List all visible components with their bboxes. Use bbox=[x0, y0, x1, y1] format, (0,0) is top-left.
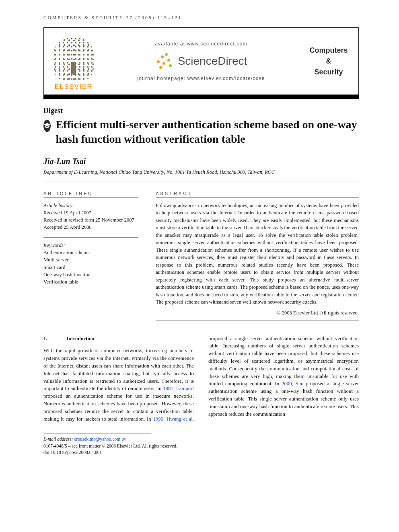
keywords-label: Keywords: bbox=[43, 242, 138, 249]
journal-title-line2: & bbox=[326, 56, 331, 67]
author-affiliation: Department of E-Learning, National Chiao… bbox=[43, 169, 359, 181]
intro-paragraph-part: With the rapid growth of computer networ… bbox=[43, 348, 194, 391]
publisher-logo-block: ELSEVIER bbox=[44, 28, 103, 94]
elsevier-tree-icon bbox=[53, 37, 94, 81]
intro-paragraph-part: proposed a single server authentication … bbox=[208, 336, 359, 387]
doi-line: doi:10.1016/j.cose.2008.04.001 bbox=[43, 449, 359, 456]
abstract-text: Following advances in network technologi… bbox=[156, 202, 359, 306]
keyword: Authentication scheme bbox=[43, 249, 138, 256]
journal-banner: ELSEVIER available at www.sciencedirect.… bbox=[43, 27, 359, 95]
footnotes: E-mail address: crousekimo@yahoo.com.tw … bbox=[43, 436, 359, 455]
author-email-link[interactable]: crousekimo@yahoo.com.tw bbox=[74, 437, 126, 442]
journal-title-line1: Computers bbox=[309, 45, 348, 56]
section-heading: 1. Introduction bbox=[43, 335, 194, 343]
abstract-copyright: © 2008 Elsevier Ltd. All rights reserved… bbox=[156, 310, 359, 316]
front-matter-line: 0167-4048/$ – see front matter © 2008 El… bbox=[43, 443, 359, 449]
citation-link[interactable]: 1981, Lamport bbox=[163, 386, 194, 391]
body-columns: 1. Introduction With the rapid growth of… bbox=[43, 335, 359, 423]
available-at-line: available at www.sciencedirect.com bbox=[155, 41, 247, 47]
sciencedirect-burst-icon bbox=[155, 52, 173, 70]
email-label: E-mail address: bbox=[43, 437, 74, 442]
section-title: Introduction bbox=[66, 336, 94, 341]
section-label: Digest bbox=[43, 107, 359, 115]
keywords-block: Keywords: Authentication scheme Multi-se… bbox=[43, 237, 138, 286]
history-received: Received 19 April 2007 bbox=[43, 209, 138, 216]
intro-paragraph-part: steal information. In bbox=[108, 416, 153, 422]
keyword: Verification table bbox=[43, 278, 138, 286]
journal-title-block: Computers & Security bbox=[299, 28, 358, 94]
article-history: Article history: Received 19 April 2007 … bbox=[43, 202, 138, 231]
keyword: One-way hash function bbox=[43, 271, 138, 278]
article-info-column: ARTICLE INFO Article history: Received 1… bbox=[43, 191, 138, 325]
section-number: 1. bbox=[43, 335, 65, 343]
article-info-heading: ARTICLE INFO bbox=[43, 191, 138, 196]
footnote-rule bbox=[43, 433, 151, 433]
citation-link[interactable]: 2000, Sun bbox=[282, 381, 303, 386]
keyword: Multi-server bbox=[43, 256, 138, 263]
abstract-column: ABSTRACT Following advances in network t… bbox=[156, 191, 359, 325]
article-title: Efficient multi-server authentication sc… bbox=[56, 117, 359, 146]
history-label: Article history: bbox=[43, 202, 138, 209]
author-name: Jia-Lun Tsai bbox=[43, 157, 359, 166]
journal-homepage-line: journal homepage: www.elsevier.com/locat… bbox=[137, 76, 265, 81]
history-revised: Received in revised form 25 November 200… bbox=[43, 216, 138, 224]
citation-link[interactable]: 1990, Hwang et al. bbox=[153, 416, 194, 422]
sciencedirect-logo: ScienceDirect bbox=[155, 52, 247, 70]
history-accepted: Accepted 25 April 2008 bbox=[43, 224, 138, 231]
running-head: COMPUTERS & SECURITY 27 (2008) 115–121 bbox=[43, 15, 359, 20]
graduation-cap-icon bbox=[43, 120, 51, 132]
keyword: Smart card bbox=[43, 264, 138, 271]
banner-center: available at www.sciencedirect.com Scien… bbox=[103, 28, 299, 94]
sciencedirect-word: ScienceDirect bbox=[178, 55, 247, 68]
abstract-heading: ABSTRACT bbox=[156, 191, 359, 196]
journal-title-line3: Security bbox=[314, 67, 343, 78]
elsevier-wordmark: ELSEVIER bbox=[55, 83, 93, 90]
banner-underline-bar bbox=[43, 95, 359, 99]
